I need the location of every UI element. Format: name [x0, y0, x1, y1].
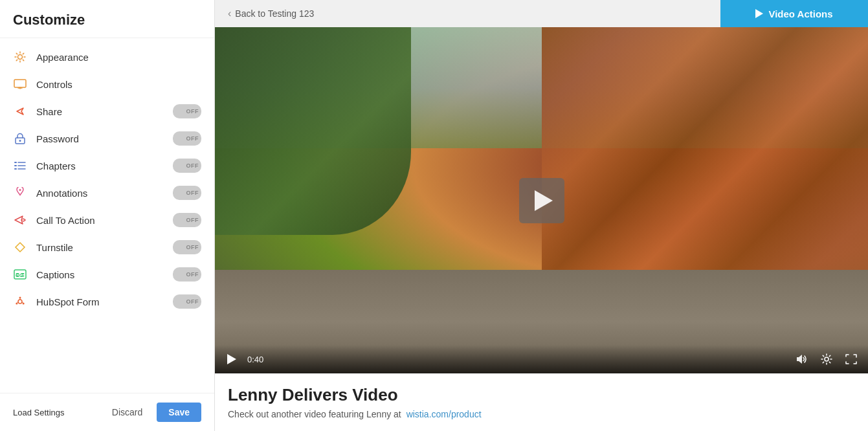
svg-point-29: [19, 297, 21, 299]
settings-button[interactable]: [818, 350, 836, 368]
video-thumbnail: [215, 27, 868, 373]
share-icon: [13, 104, 27, 118]
sidebar-item-label-share: Share: [36, 106, 173, 117]
sidebar-nav: Appearance Controls Share OFF: [0, 38, 214, 393]
fullscreen-button[interactable]: [842, 350, 860, 368]
sidebar-item-appearance[interactable]: Appearance: [0, 43, 214, 71]
video-actions-label: Video Actions: [768, 8, 832, 19]
svg-line-8: [16, 60, 17, 60]
video-desc-link[interactable]: wistia.com/product: [406, 409, 482, 419]
svg-point-20: [19, 189, 21, 191]
annotations-icon: [13, 186, 27, 200]
sidebar-item-annotations[interactable]: Annotations OFF: [0, 179, 214, 206]
back-label: Back to Testing 123: [235, 8, 314, 19]
cta-toggle[interactable]: OFF: [173, 213, 201, 227]
sidebar-item-password[interactable]: Password OFF: [0, 125, 214, 152]
video-time: 0:40: [247, 355, 263, 364]
sidebar-item-chapters[interactable]: Chapters OFF: [0, 152, 214, 179]
sidebar-item-label-controls: Controls: [36, 79, 201, 90]
svg-line-6: [23, 60, 23, 60]
back-link[interactable]: ‹ Back to Testing 123: [215, 0, 720, 27]
hubspot-toggle[interactable]: OFF: [173, 294, 201, 309]
video-actions-button[interactable]: Video Actions: [720, 0, 868, 27]
video-info: Lenny Delivers Video Check out another v…: [215, 373, 868, 431]
video-description: Check out another video featuring Lenny …: [228, 409, 855, 419]
annotations-toggle[interactable]: OFF: [173, 186, 201, 200]
turnstile-icon: [13, 240, 27, 254]
sidebar-item-label-annotations: Annotations: [36, 188, 173, 199]
sidebar-item-turnstile[interactable]: Turnstile OFF: [0, 234, 214, 261]
share-toggle[interactable]: OFF: [173, 104, 201, 118]
sidebar-item-label-password: Password: [36, 133, 173, 144]
tree-area: [215, 27, 411, 235]
sidebar-item-hubspot[interactable]: HubSpot Form OFF: [0, 288, 214, 315]
brick-wall: [542, 27, 869, 270]
cta-icon: [13, 213, 27, 227]
sidebar-item-label-chapters: Chapters: [36, 160, 173, 171]
controls-icon: [13, 77, 27, 91]
turnstile-toggle[interactable]: OFF: [173, 240, 201, 254]
play-icon: [227, 354, 236, 364]
play-pause-button[interactable]: [223, 350, 241, 368]
topbar: ‹ Back to Testing 123 Video Actions: [215, 0, 868, 27]
video-desc-text: Check out another video featuring Lenny …: [228, 409, 401, 419]
svg-point-13: [19, 140, 21, 142]
chapters-toggle[interactable]: OFF: [173, 159, 201, 173]
center-play-icon: [535, 190, 553, 211]
svg-point-35: [825, 357, 829, 361]
svg-text:CC: CC: [16, 272, 23, 278]
svg-rect-9: [14, 80, 26, 87]
sidebar-item-label-appearance: Appearance: [36, 52, 201, 63]
video-actions-play-icon: [755, 9, 763, 18]
main-content: ‹ Back to Testing 123 Video Actions 0:40: [215, 0, 868, 431]
save-button[interactable]: Save: [157, 403, 201, 422]
sidebar-footer: Load Settings Discard Save: [0, 393, 214, 431]
password-icon: [13, 131, 27, 146]
center-play-button[interactable]: [519, 178, 564, 223]
sidebar-item-label-turnstile: Turnstile: [36, 242, 173, 253]
sidebar-item-label-captions: Captions: [36, 269, 173, 280]
chapters-icon: [13, 159, 27, 173]
volume-button[interactable]: [793, 350, 811, 368]
sidebar: Customize Appearance: [0, 0, 215, 431]
svg-line-7: [23, 53, 23, 54]
sidebar-item-cta[interactable]: Call To Action OFF: [0, 206, 214, 234]
discard-button[interactable]: Discard: [106, 403, 149, 421]
sidebar-item-share[interactable]: Share OFF: [0, 98, 214, 125]
video-controls: 0:40: [215, 345, 868, 373]
svg-line-5: [16, 53, 17, 54]
hubspot-icon: [13, 294, 27, 309]
sidebar-item-controls[interactable]: Controls: [0, 71, 214, 98]
captions-toggle[interactable]: OFF: [173, 267, 201, 282]
captions-icon: CC: [13, 267, 27, 282]
password-toggle[interactable]: OFF: [173, 131, 201, 146]
svg-point-28: [18, 300, 22, 304]
sidebar-title: Customize: [0, 0, 214, 38]
back-chevron-icon: ‹: [228, 8, 231, 19]
appearance-icon: [13, 50, 27, 64]
sidebar-item-label-hubspot: HubSpot Form: [36, 296, 173, 307]
video-container: 0:40: [215, 27, 868, 373]
load-settings-label[interactable]: Load Settings: [13, 408, 65, 417]
svg-point-0: [18, 55, 23, 60]
sidebar-item-captions[interactable]: CC Captions OFF: [0, 261, 214, 288]
video-title: Lenny Delivers Video: [228, 385, 855, 405]
sidebar-item-label-cta: Call To Action: [36, 215, 173, 226]
